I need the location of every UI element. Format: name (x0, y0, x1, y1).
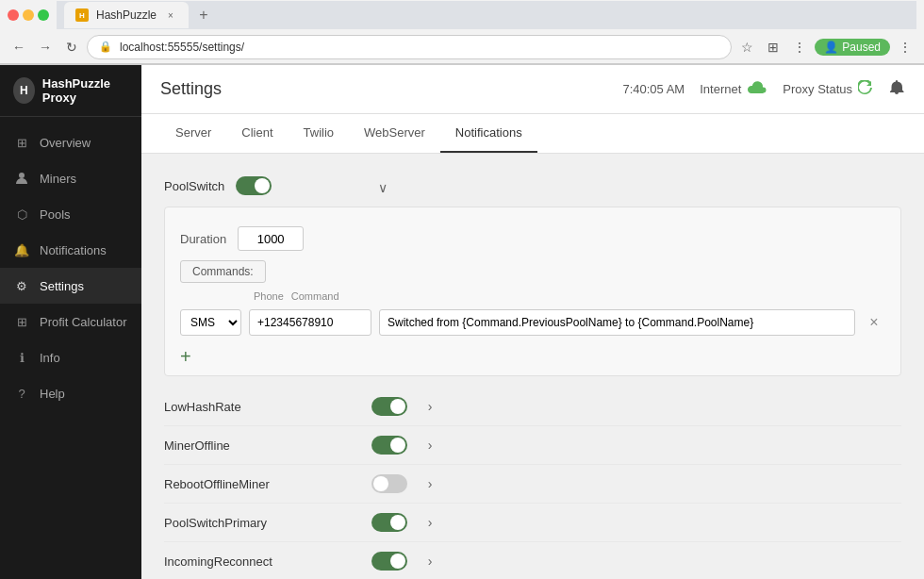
notification-row: PoolSwitchPrimary › (164, 504, 901, 542)
notification-label: PoolSwitchPrimary (164, 516, 371, 530)
toggle-slider (371, 397, 407, 416)
sidebar-item-label: Profit Calculator (40, 315, 126, 329)
tab-twilio[interactable]: Twilio (289, 114, 350, 153)
notification-toggle-low-hash-rate[interactable] (371, 397, 407, 416)
commands-section: Commands: (180, 260, 885, 283)
new-tab-button[interactable]: + (192, 4, 215, 26)
sidebar-item-notifications[interactable]: 🔔 Notifications (0, 232, 141, 268)
sidebar-item-pools[interactable]: ⬡ Pools (0, 196, 141, 232)
sidebar-item-label: Help (40, 387, 65, 401)
address-bar: 🔒 (87, 35, 732, 59)
notification-toggle-pool-switch-primary[interactable] (371, 513, 407, 532)
command-column-label: Command (291, 290, 885, 302)
sidebar-logo: H HashPuzzle Proxy (0, 65, 141, 117)
pools-icon: ⬡ (13, 206, 30, 223)
title-bar: H HashPuzzle × + (0, 0, 924, 30)
notification-rows: LowHashRate › MinerOffline › RebootOffli… (164, 388, 901, 579)
main-content: Settings 7:40:05 AM Internet Proxy Statu… (141, 65, 924, 579)
tab-client[interactable]: Client (226, 114, 288, 153)
notification-toggle-reboot-offline-miner[interactable] (371, 474, 407, 493)
sidebar-item-settings[interactable]: ⚙ Settings (0, 268, 141, 304)
add-sms-button[interactable]: + (180, 347, 191, 366)
account-icon: 👤 (824, 41, 838, 54)
sidebar-item-profit-calculator[interactable]: ⊞ Profit Calculator (0, 304, 141, 339)
overview-icon: ⊞ (13, 134, 30, 151)
pool-switch-expanded: Duration Commands: Phone Command (164, 207, 901, 376)
sidebar-item-miners[interactable]: Miners (0, 160, 141, 196)
extensions-button[interactable]: ⊞ (762, 36, 784, 58)
account-badge[interactable]: 👤 Paused (815, 39, 890, 56)
pool-switch-expand-button[interactable]: ∨ (371, 176, 394, 199)
sms-section: Phone Command SMS Email (180, 290, 885, 341)
notification-expand-pool-switch-primary[interactable]: › (419, 511, 441, 534)
duration-input[interactable] (238, 226, 304, 251)
sidebar-item-info[interactable]: ℹ Info (0, 339, 141, 375)
forward-button[interactable]: → (34, 36, 57, 58)
browser-chrome: H HashPuzzle × + ← → ↻ 🔒 ☆ ⊞ ⋮ 👤 Paused … (0, 0, 924, 65)
notification-expand-incoming-reconnect[interactable]: › (419, 550, 441, 572)
notification-label: LowHashRate (164, 400, 371, 414)
tab-bar: H HashPuzzle × + (57, 1, 916, 29)
pool-switch-header: PoolSwitch (164, 169, 371, 203)
notification-toggle-incoming-reconnect[interactable] (371, 552, 407, 571)
header-right: 7:40:05 AM Internet Proxy Status (622, 79, 905, 100)
page-title: Settings (160, 79, 222, 99)
toggle-slider (236, 176, 272, 195)
nav-right: ☆ ⊞ ⋮ 👤 Paused ⋮ (735, 36, 916, 58)
maximize-window-button[interactable] (38, 9, 49, 21)
toggle-slider (371, 474, 407, 493)
notification-expand-miner-offline[interactable]: › (419, 434, 441, 456)
minimize-window-button[interactable] (23, 9, 34, 21)
internet-status: Internet (700, 80, 767, 99)
toggle-slider (371, 552, 407, 571)
settings-icon: ⚙ (13, 277, 30, 294)
phone-col: Phone (254, 290, 284, 304)
menu-button[interactable]: ⋮ (788, 36, 811, 58)
address-input[interactable] (120, 41, 719, 54)
nav-bar: ← → ↻ 🔒 ☆ ⊞ ⋮ 👤 Paused ⋮ (0, 30, 924, 64)
sidebar-item-overview[interactable]: ⊞ Overview (0, 124, 141, 160)
phone-input[interactable] (249, 309, 371, 336)
app: H HashPuzzle Proxy ⊞ Overview Miners ⬡ P… (0, 65, 924, 579)
notification-label: IncomingReconnect (164, 554, 371, 569)
back-button[interactable]: ← (8, 36, 30, 58)
notification-row: MinerOffline › (164, 426, 901, 465)
sidebar-item-help[interactable]: ? Help (0, 375, 141, 411)
sms-type-select[interactable]: SMS Email (180, 309, 241, 336)
more-options-button[interactable]: ⋮ (894, 36, 916, 58)
tab-webserver[interactable]: WebServer (349, 114, 440, 153)
commands-button[interactable]: Commands: (180, 260, 266, 283)
duration-row: Duration (180, 217, 885, 260)
sms-row: SMS Email × (180, 304, 885, 341)
sidebar-item-label: Overview (40, 136, 91, 150)
sidebar-nav: ⊞ Overview Miners ⬡ Pools 🔔 Notification… (0, 117, 141, 579)
proxy-refresh-icon[interactable] (858, 80, 873, 98)
close-tab-button[interactable]: × (164, 8, 177, 22)
logo-text: HashPuzzle Proxy (42, 76, 128, 105)
browser-tab[interactable]: H HashPuzzle × (64, 2, 189, 28)
header-time: 7:40:05 AM (622, 82, 685, 96)
page-header: Settings 7:40:05 AM Internet Proxy Statu… (141, 65, 924, 114)
sms-header-row: Phone Command (180, 290, 885, 304)
sidebar-item-label: Settings (40, 279, 84, 293)
info-icon: ℹ (13, 349, 30, 366)
notification-row: RebootOfflineMiner › (164, 465, 901, 504)
tab-server[interactable]: Server (160, 114, 226, 153)
profit-calc-icon: ⊞ (13, 313, 30, 330)
bell-icon[interactable] (888, 79, 905, 100)
close-window-button[interactable] (8, 9, 19, 21)
command-input[interactable] (379, 309, 855, 336)
svg-point-0 (19, 173, 25, 178)
notification-expand-reboot-offline-miner[interactable]: › (419, 472, 441, 495)
command-col (379, 309, 855, 336)
pool-switch-toggle[interactable] (236, 176, 272, 195)
proxy-status: Proxy Status (783, 80, 873, 98)
notification-expand-low-hash-rate[interactable]: › (419, 395, 441, 418)
notification-toggle-miner-offline[interactable] (371, 436, 407, 455)
refresh-button[interactable]: ↻ (60, 36, 83, 58)
command-col: Command (291, 290, 885, 304)
tab-notifications[interactable]: Notifications (440, 114, 537, 153)
delete-sms-button[interactable]: × (863, 311, 885, 334)
bookmarks-button[interactable]: ☆ (735, 36, 758, 58)
notification-row: LowHashRate › (164, 388, 901, 426)
